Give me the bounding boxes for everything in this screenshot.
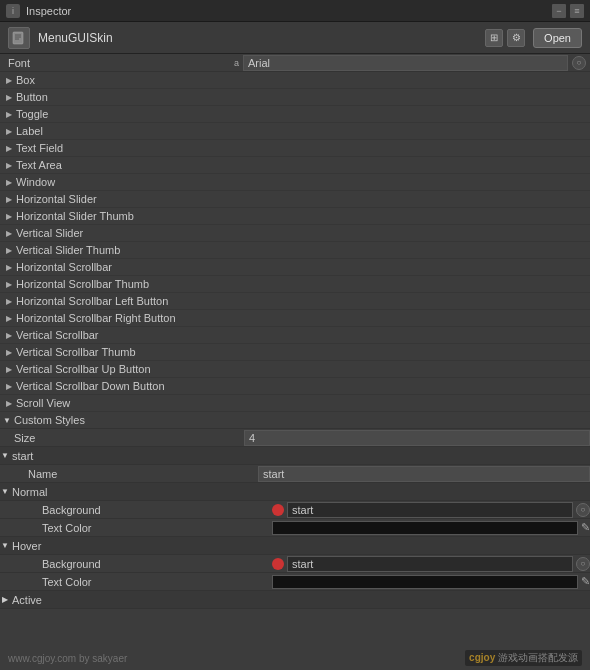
tree-item-hscrollbarleft[interactable]: ▶ Horizontal Scrollbar Left Button xyxy=(0,293,590,310)
arrow-active: ▶ xyxy=(0,595,10,605)
name-row: Name xyxy=(0,465,590,483)
hover-bg-value: ○ xyxy=(272,556,590,572)
tree-item-window[interactable]: ▶ Window xyxy=(0,174,590,191)
arrow-vsliderthumb: ▶ xyxy=(4,245,14,255)
hover-bg-input[interactable] xyxy=(287,556,573,572)
custom-styles-section[interactable]: ▼ Custom Styles xyxy=(0,412,590,429)
hover-textcolor-row: Text Color ✎ xyxy=(0,573,590,591)
normal-bg-label: Background xyxy=(42,504,272,516)
hover-section[interactable]: ▼ Hover xyxy=(0,537,590,555)
hover-label: Hover xyxy=(12,540,41,552)
header-row: MenuGUISkin ⊞ ⚙ Open xyxy=(0,22,590,54)
filename-label: MenuGUISkin xyxy=(38,31,477,45)
font-row: Font a ○ xyxy=(0,54,590,72)
active-label: Active xyxy=(12,594,42,606)
active-section[interactable]: ▶ Active xyxy=(0,591,590,609)
layout-button[interactable]: ⊞ xyxy=(485,29,503,47)
tree-item-hslider[interactable]: ▶ Horizontal Slider xyxy=(0,191,590,208)
tree-item-hscrollbarright[interactable]: ▶ Horizontal Scrollbar Right Button xyxy=(0,310,590,327)
title-label: Inspector xyxy=(26,5,71,17)
minimize-button[interactable]: − xyxy=(552,4,566,18)
name-input[interactable] xyxy=(258,466,590,482)
name-value-area xyxy=(258,466,590,482)
start-section[interactable]: ▼ start xyxy=(0,447,590,465)
arrow-hscrollbarright: ▶ xyxy=(4,313,14,323)
size-label: Size xyxy=(14,432,244,444)
normal-bg-circle-btn[interactable]: ○ xyxy=(576,503,590,517)
hover-bg-label: Background xyxy=(42,558,272,570)
arrow-vslider: ▶ xyxy=(4,228,14,238)
arrow-label: ▶ xyxy=(4,126,14,136)
menu-button[interactable]: ≡ xyxy=(570,4,584,18)
arrow-hscrollbarthumb: ▶ xyxy=(4,279,14,289)
watermark-right: cgjoy 游戏动画搭配发源 xyxy=(465,650,582,666)
tree-item-hscrollbarthumb[interactable]: ▶ Horizontal Scrollbar Thumb xyxy=(0,276,590,293)
normal-textcolor-row: Text Color ✎ xyxy=(0,519,590,537)
hover-textcolor-label: Text Color xyxy=(42,576,272,588)
arrow-vscrollbardown: ▶ xyxy=(4,381,14,391)
file-icon xyxy=(8,27,30,49)
tree-item-toggle[interactable]: ▶ Toggle xyxy=(0,106,590,123)
settings-button[interactable]: ⚙ xyxy=(507,29,525,47)
tree-item-textarea[interactable]: ▶ Text Area xyxy=(0,157,590,174)
font-label: Font xyxy=(4,57,234,69)
size-row: Size xyxy=(0,429,590,447)
arrow-button: ▶ xyxy=(4,92,14,102)
tree-item-scrollview[interactable]: ▶ Scroll View xyxy=(0,395,590,412)
font-input[interactable] xyxy=(243,55,568,71)
normal-textcolor-label: Text Color xyxy=(42,522,272,534)
arrow-custom-styles: ▼ xyxy=(2,415,12,425)
tree-item-vscrollbarup[interactable]: ▶ Vertical Scrollbar Up Button xyxy=(0,361,590,378)
hover-bg-circle-btn[interactable]: ○ xyxy=(576,557,590,571)
tree-item-textfield[interactable]: ▶ Text Field xyxy=(0,140,590,157)
start-label: start xyxy=(12,450,33,462)
arrow-toggle: ▶ xyxy=(4,109,14,119)
arrow-box: ▶ xyxy=(4,75,14,85)
watermark: www.cgjoy.com by sakyaer cgjoy 游戏动画搭配发源 xyxy=(0,650,590,666)
normal-section[interactable]: ▼ Normal xyxy=(0,483,590,501)
tree-item-vscrollbarthumb[interactable]: ▶ Vertical Scrollbar Thumb xyxy=(0,344,590,361)
normal-textcolor-swatch[interactable] xyxy=(272,521,578,535)
header-buttons: ⊞ ⚙ xyxy=(485,29,525,47)
cgjoy-logo: cgjoy xyxy=(469,652,495,663)
tree-item-vslider[interactable]: ▶ Vertical Slider xyxy=(0,225,590,242)
hover-bg-input-row: ○ xyxy=(272,556,590,572)
title-bar: i Inspector − ≡ xyxy=(0,0,590,22)
main-content: Font a ○ ▶ Box ▶ Button ▶ Toggle ▶ Label… xyxy=(0,54,590,670)
tree-item-vscrollbar[interactable]: ▶ Vertical Scrollbar xyxy=(0,327,590,344)
normal-bg-value: ○ xyxy=(272,502,590,518)
watermark-left: www.cgjoy.com by sakyaer xyxy=(8,653,127,664)
normal-bg-red-circle xyxy=(272,504,284,516)
arrow-textfield: ▶ xyxy=(4,143,14,153)
normal-bg-row: Background ○ xyxy=(0,501,590,519)
arrow-vscrollbar: ▶ xyxy=(4,330,14,340)
tree-item-hsliderthumb[interactable]: ▶ Horizontal Slider Thumb xyxy=(0,208,590,225)
arrow-hover: ▼ xyxy=(0,541,10,551)
normal-label: Normal xyxy=(12,486,47,498)
normal-pencil-icon: ✎ xyxy=(581,521,590,534)
title-actions: − ≡ xyxy=(552,4,584,18)
arrow-hscrollbar: ▶ xyxy=(4,262,14,272)
hover-pencil-icon: ✎ xyxy=(581,575,590,588)
tree-item-vsliderthumb[interactable]: ▶ Vertical Slider Thumb xyxy=(0,242,590,259)
arrow-scrollview: ▶ xyxy=(4,398,14,408)
hover-bg-red-circle xyxy=(272,558,284,570)
tree-item-box[interactable]: ▶ Box xyxy=(0,72,590,89)
font-value-area: a ○ xyxy=(234,55,586,71)
tree-item-button[interactable]: ▶ Button xyxy=(0,89,590,106)
name-label: Name xyxy=(28,468,258,480)
tree-item-hscrollbar[interactable]: ▶ Horizontal Scrollbar xyxy=(0,259,590,276)
hover-bg-row: Background ○ xyxy=(0,555,590,573)
arrow-vscrollbarup: ▶ xyxy=(4,364,14,374)
open-button[interactable]: Open xyxy=(533,28,582,48)
font-select-circle[interactable]: ○ xyxy=(572,56,586,70)
tree-item-label[interactable]: ▶ Label xyxy=(0,123,590,140)
arrow-hsliderthumb: ▶ xyxy=(4,211,14,221)
tree-item-vscrollbardown[interactable]: ▶ Vertical Scrollbar Down Button xyxy=(0,378,590,395)
arrow-hslider: ▶ xyxy=(4,194,14,204)
font-file-icon: a xyxy=(234,58,239,68)
inspector-icon: i xyxy=(6,4,20,18)
hover-textcolor-swatch[interactable] xyxy=(272,575,578,589)
size-input[interactable] xyxy=(244,430,590,446)
normal-bg-input[interactable] xyxy=(287,502,573,518)
